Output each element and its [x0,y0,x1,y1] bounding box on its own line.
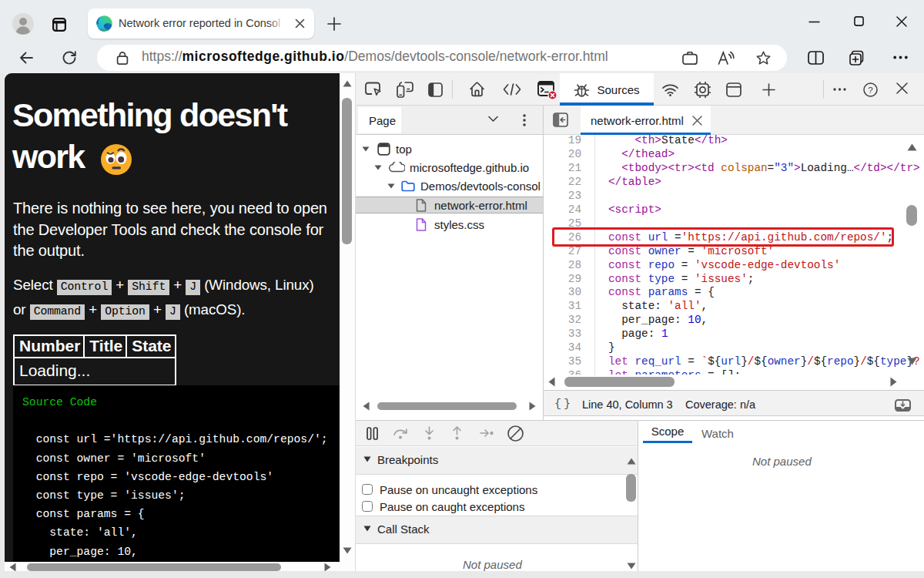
svg-text:?: ? [868,86,872,95]
